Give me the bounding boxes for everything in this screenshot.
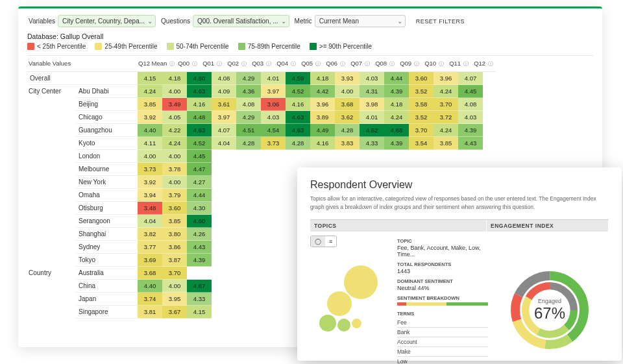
- heat-cell[interactable]: 3.52: [409, 85, 434, 98]
- heat-cell[interactable]: 4.09: [212, 85, 236, 98]
- heat-cell[interactable]: 3.89: [310, 111, 335, 124]
- heat-cell[interactable]: 4.54: [261, 124, 286, 137]
- heat-cell[interactable]: 4.67: [187, 280, 212, 293]
- info-icon[interactable]: ⓘ: [488, 61, 493, 67]
- info-icon[interactable]: ⓘ: [169, 61, 175, 67]
- heat-cell[interactable]: 4.51: [236, 124, 261, 137]
- heat-cell[interactable]: 4.33: [360, 137, 384, 150]
- heat-cell[interactable]: 4.28: [286, 137, 310, 150]
- heat-cell[interactable]: 4.16: [187, 98, 212, 111]
- heat-cell[interactable]: 3.85: [434, 137, 458, 150]
- info-icon[interactable]: ⓘ: [340, 61, 345, 67]
- info-icon[interactable]: ⓘ: [192, 61, 197, 67]
- metric-select[interactable]: Current Mean ⌄: [315, 15, 406, 27]
- heat-cell[interactable]: 3.69: [138, 254, 162, 267]
- heat-cell[interactable]: 4.59: [286, 72, 310, 85]
- heat-cell[interactable]: 4.24: [434, 85, 458, 98]
- heat-cell[interactable]: 4.03: [360, 72, 384, 85]
- heat-cell[interactable]: 3.72: [434, 111, 458, 124]
- heat-cell[interactable]: 3.85: [162, 215, 187, 228]
- heat-cell[interactable]: 3.83: [335, 137, 360, 150]
- term-row[interactable]: Fee: [397, 318, 488, 328]
- reset-filters-link[interactable]: RESET FILTERS: [416, 18, 465, 25]
- heat-cell[interactable]: 3.54: [409, 137, 434, 150]
- heat-cell[interactable]: 4.00: [162, 85, 187, 98]
- heat-cell[interactable]: 4.29: [236, 72, 261, 85]
- heat-cell[interactable]: 3.86: [162, 241, 187, 254]
- heat-cell[interactable]: 4.39: [458, 124, 483, 137]
- info-icon[interactable]: ⓘ: [463, 61, 469, 67]
- heat-cell[interactable]: 4.08: [236, 98, 261, 111]
- heat-cell[interactable]: 4.48: [187, 111, 212, 124]
- heat-cell[interactable]: 4.28: [335, 124, 360, 137]
- heat-cell[interactable]: 4.63: [286, 111, 310, 124]
- heat-cell[interactable]: 4.47: [187, 163, 212, 176]
- heat-cell[interactable]: 3.78: [162, 163, 187, 176]
- heat-cell[interactable]: 4.29: [236, 111, 261, 124]
- heat-cell[interactable]: 4.62: [360, 124, 384, 137]
- heat-cell[interactable]: 4.28: [236, 137, 261, 150]
- heat-cell[interactable]: 4.01: [360, 111, 384, 124]
- heat-cell[interactable]: 4.63: [187, 124, 212, 137]
- heat-cell[interactable]: 3.52: [409, 111, 434, 124]
- heat-cell[interactable]: 4.07: [458, 72, 483, 85]
- heat-cell[interactable]: 3.60: [162, 202, 187, 215]
- heat-cell[interactable]: 3.92: [138, 111, 162, 124]
- heat-cell[interactable]: 3.48: [138, 202, 162, 215]
- column-header[interactable]: Q12 Mean ⓘ: [138, 56, 175, 72]
- heat-cell[interactable]: 4.05: [162, 111, 187, 124]
- column-header[interactable]: Q09 ⓘ: [397, 56, 422, 72]
- heat-cell[interactable]: 4.15: [187, 306, 212, 319]
- info-icon[interactable]: ⓘ: [389, 61, 395, 67]
- heat-cell[interactable]: 3.73: [261, 137, 286, 150]
- heat-cell[interactable]: 4.26: [187, 228, 212, 241]
- heat-cell[interactable]: 4.42: [310, 85, 335, 98]
- heat-cell[interactable]: 3.06: [261, 98, 286, 111]
- heat-cell[interactable]: 4.24: [384, 111, 409, 124]
- info-icon[interactable]: ⓘ: [266, 61, 271, 67]
- heat-cell[interactable]: 4.03: [458, 111, 483, 124]
- heat-cell[interactable]: 4.16: [310, 137, 335, 150]
- heat-cell[interactable]: 4.00: [162, 176, 187, 189]
- term-row[interactable]: Bank: [397, 328, 488, 337]
- term-row[interactable]: Make: [397, 347, 488, 357]
- heat-cell[interactable]: 4.08: [458, 98, 483, 111]
- heat-cell[interactable]: 4.30: [187, 202, 212, 215]
- bubble-view-icon[interactable]: ◯: [311, 236, 325, 247]
- heat-cell[interactable]: 4.44: [384, 72, 409, 85]
- heat-cell[interactable]: 4.40: [138, 124, 162, 137]
- questions-select[interactable]: Q00. Overall Satisfaction, ... ⌄: [193, 15, 289, 27]
- column-header[interactable]: Q06 ⓘ: [323, 56, 348, 72]
- column-header[interactable]: Q01 ⓘ: [200, 56, 225, 72]
- heat-cell[interactable]: 4.40: [138, 280, 162, 293]
- term-row[interactable]: Account: [397, 337, 488, 347]
- heat-cell[interactable]: 3.85: [138, 98, 162, 111]
- heat-cell[interactable]: 4.15: [138, 72, 162, 85]
- heat-cell[interactable]: 4.00: [138, 150, 162, 163]
- heat-cell[interactable]: 4.27: [187, 176, 212, 189]
- heat-cell[interactable]: 4.44: [187, 189, 212, 202]
- heat-cell[interactable]: 4.00: [162, 280, 187, 293]
- heat-cell[interactable]: 3.96: [310, 98, 335, 111]
- column-header[interactable]: Q02 ⓘ: [225, 56, 249, 72]
- heat-cell[interactable]: 3.97: [261, 85, 286, 98]
- variables-select[interactable]: City Center, Country, Depa... ⌄: [58, 15, 156, 27]
- heat-cell[interactable]: 3.98: [360, 98, 384, 111]
- heat-cell[interactable]: 3.62: [335, 111, 360, 124]
- heat-cell[interactable]: 4.24: [138, 85, 162, 98]
- heat-cell[interactable]: 4.00: [162, 150, 187, 163]
- heat-cell[interactable]: 4.36: [236, 85, 261, 98]
- heat-cell[interactable]: 4.33: [187, 293, 212, 306]
- heat-cell[interactable]: 4.04: [212, 137, 236, 150]
- heat-cell[interactable]: 4.24: [162, 137, 187, 150]
- heat-cell[interactable]: 4.01: [261, 72, 286, 85]
- column-header[interactable]: Q08 ⓘ: [373, 56, 397, 72]
- topic-bubbles[interactable]: [310, 252, 388, 350]
- heat-cell[interactable]: 3.49: [162, 98, 187, 111]
- heat-cell[interactable]: 4.00: [335, 85, 360, 98]
- column-header[interactable]: Q11 ⓘ: [446, 56, 471, 72]
- heat-cell[interactable]: 3.70: [434, 98, 458, 111]
- heat-cell[interactable]: 3.73: [138, 163, 162, 176]
- heat-cell[interactable]: 4.24: [434, 124, 458, 137]
- heat-cell[interactable]: 4.08: [212, 72, 236, 85]
